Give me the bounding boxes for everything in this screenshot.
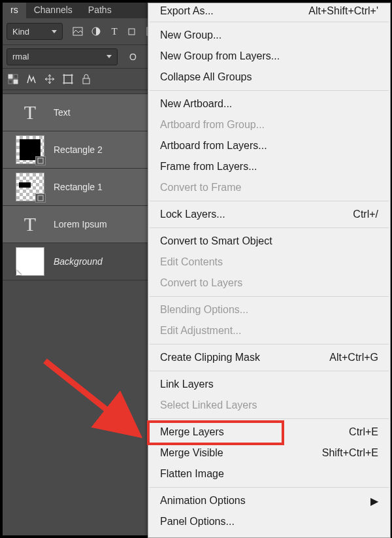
menu-item-export-as[interactable]: Export As...Alt+Shift+Ctrl+'	[148, 3, 390, 19]
menu-item-new-artboard[interactable]: New Artboard...	[148, 93, 390, 114]
filter-kind-dropdown[interactable]: Kind	[7, 23, 63, 40]
menu-item-label: Merge Visible	[160, 447, 223, 459]
svg-rect-6	[14, 80, 18, 84]
menu-item-label: Select Linked Layers	[160, 399, 257, 411]
menu-item-shortcut: Alt+Shift+Ctrl+'	[308, 5, 378, 17]
menu-separator	[150, 344, 389, 345]
menu-item-label: Convert to Layers	[160, 277, 242, 289]
menu-item-label: Panel Options...	[160, 516, 235, 528]
menu-item-lock-layers[interactable]: Lock Layers...Ctrl+/	[148, 204, 390, 225]
text-filter-icon[interactable]: T	[107, 24, 122, 39]
menu-item-label: Collapse All Groups	[160, 71, 252, 83]
menu-item-label: New Group...	[160, 29, 221, 41]
menu-item-merge-visible[interactable]: Merge VisibleShift+Ctrl+E	[148, 443, 390, 463]
menu-item-label: Blending Options...	[160, 304, 248, 316]
menu-item-label: Animation Options	[160, 495, 246, 507]
chevron-down-icon	[106, 55, 112, 58]
menu-item-shortcut: Ctrl+/	[353, 209, 378, 220]
tab-paths[interactable]: Paths	[80, 3, 120, 18]
menu-item-shortcut: Shift+Ctrl+E	[322, 447, 378, 459]
opacity-label: O	[129, 52, 137, 62]
layer-name: Rectangle 1	[54, 182, 103, 192]
layers-context-menu: Export As...Alt+Shift+Ctrl+'New Group...…	[148, 3, 391, 538]
layer-thumbnail	[16, 247, 44, 276]
menu-item-label: New Artboard...	[160, 98, 232, 110]
menu-item-artboard-from-layers[interactable]: Artboard from Layers...	[148, 135, 390, 156]
adjust-filter-icon[interactable]	[89, 24, 103, 39]
menu-item-artboard-from-group: Artboard from Group...	[148, 114, 390, 135]
menu-separator	[150, 22, 389, 22]
svg-line-17	[45, 361, 133, 431]
chevron-down-icon	[52, 30, 57, 33]
layer-name: Background	[54, 256, 103, 267]
menu-separator	[150, 371, 389, 371]
svg-rect-14	[83, 78, 90, 84]
menu-item-edit-adjustment: Edit Adjustment...	[148, 320, 390, 341]
menu-item-convert-to-layers: Convert to Layers	[148, 273, 390, 294]
lock-all-icon[interactable]	[78, 71, 94, 87]
layer-name: Text	[54, 107, 71, 118]
menu-item-convert-to-frame: Convert to Frame	[148, 177, 390, 198]
menu-item-label: Edit Contents	[160, 256, 223, 268]
layer-name: Rectangle 2	[54, 144, 103, 155]
menu-item-panel-options[interactable]: Panel Options...	[148, 511, 390, 532]
menu-item-label: Convert to Frame	[160, 182, 241, 193]
menu-item-label: Frame from Layers...	[160, 161, 257, 173]
menu-item-new-group-from-layers[interactable]: New Group from Layers...	[148, 46, 390, 67]
menu-item-convert-to-smart-object[interactable]: Convert to Smart Object	[148, 231, 390, 252]
svg-rect-5	[8, 75, 12, 78]
menu-item-frame-from-layers[interactable]: Frame from Layers...	[148, 156, 390, 177]
lock-transparency-icon[interactable]	[5, 71, 21, 87]
text-layer-icon: T	[16, 98, 44, 127]
tab-channels[interactable]: Channels	[26, 3, 80, 18]
menu-item-label: Lock Layers...	[160, 209, 225, 220]
menu-item-label: Edit Adjustment...	[160, 325, 242, 337]
menu-item-label: Artboard from Group...	[160, 119, 265, 131]
text-layer-icon: T	[16, 210, 44, 239]
svg-rect-8	[8, 80, 12, 84]
menu-item-link-layers[interactable]: Link Layers	[148, 374, 390, 395]
menu-separator	[150, 201, 389, 201]
menu-item-select-linked-layers: Select Linked Layers	[148, 395, 390, 416]
menu-item-flatten-image[interactable]: Flatten Image	[148, 463, 390, 484]
layer-thumbnail	[16, 173, 44, 201]
menu-item-create-clipping-mask[interactable]: Create Clipping MaskAlt+Ctrl+G	[148, 347, 390, 368]
menu-item-label: Export As...	[160, 5, 214, 17]
menu-item-shortcut: Alt+Ctrl+G	[329, 352, 378, 363]
menu-separator	[150, 227, 389, 228]
svg-rect-16	[38, 195, 43, 201]
svg-rect-7	[14, 75, 18, 78]
image-filter-icon[interactable]	[71, 24, 85, 39]
filter-icons: T	[71, 24, 158, 39]
layer-name: Lorem Ipsum	[54, 219, 107, 229]
menu-item-shortcut: ▶	[370, 495, 378, 507]
menu-separator	[150, 487, 389, 488]
menu-item-new-group[interactable]: New Group...	[148, 25, 390, 46]
svg-rect-15	[38, 158, 43, 163]
tab-layers[interactable]: rs	[3, 3, 26, 18]
lock-artboard-icon[interactable]	[60, 71, 76, 87]
menu-item-merge-layers[interactable]: Merge LayersCtrl+E	[148, 422, 390, 443]
menu-item-label: Create Clipping Mask	[160, 352, 260, 363]
layer-thumbnail	[16, 135, 44, 164]
lock-image-icon[interactable]	[24, 71, 39, 87]
menu-item-label: Link Layers	[160, 378, 214, 390]
blend-mode-dropdown[interactable]: rmal	[7, 48, 118, 65]
svg-rect-9	[64, 75, 72, 83]
menu-item-edit-contents: Edit Contents	[148, 252, 390, 273]
menu-item-blending-options: Blending Options...	[148, 299, 390, 320]
menu-item-shortcut: Ctrl+E	[349, 426, 378, 438]
menu-item-label: Merge Layers	[160, 426, 224, 438]
menu-item-collapse-all-groups[interactable]: Collapse All Groups	[148, 67, 390, 88]
menu-item-label: Flatten Image	[160, 468, 224, 480]
menu-separator	[150, 90, 389, 91]
menu-item-label: New Group from Layers...	[160, 50, 280, 62]
svg-rect-2	[129, 29, 135, 35]
filter-kind-label: Kind	[12, 27, 29, 37]
lock-position-icon[interactable]	[42, 71, 57, 87]
menu-separator	[150, 418, 389, 419]
menu-item-label: Convert to Smart Object	[160, 235, 272, 247]
menu-item-animation-options[interactable]: Animation Options▶	[148, 490, 390, 511]
menu-separator	[150, 296, 389, 297]
shape-filter-icon[interactable]	[125, 24, 140, 39]
